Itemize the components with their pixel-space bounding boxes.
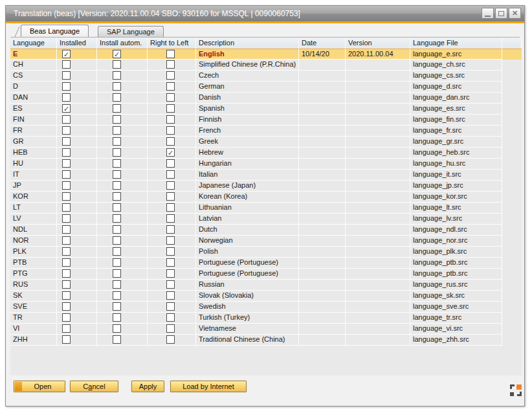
installed-checkbox[interactable]	[62, 214, 71, 223]
load-by-internet-button[interactable]: Load by Internet	[170, 381, 247, 392]
install-autom-checkbox[interactable]	[113, 71, 121, 80]
right-to-left-checkbox[interactable]	[166, 203, 175, 212]
right-to-left-checkbox[interactable]	[166, 269, 175, 278]
right-to-left-checkbox[interactable]	[166, 302, 175, 311]
table-row[interactable]: ITItalianlanguage_it.src	[10, 170, 522, 181]
table-row[interactable]: PTBPortuguese (Portuguese)language_ptb.s…	[10, 258, 522, 269]
installed-checkbox[interactable]: ✓	[62, 50, 71, 58]
column-header-date[interactable]: Date	[299, 38, 346, 49]
maximize-button[interactable]	[495, 8, 507, 19]
right-to-left-checkbox[interactable]	[166, 181, 175, 190]
installed-checkbox[interactable]	[62, 181, 71, 190]
installed-checkbox[interactable]	[62, 82, 71, 91]
titlebar[interactable]: Translation (beas) [Version: 2020.11.00.…	[6, 6, 524, 21]
table-row[interactable]: GRGreeklanguage_gr.src	[10, 137, 522, 148]
right-to-left-checkbox[interactable]	[166, 324, 175, 333]
installed-checkbox[interactable]	[62, 115, 71, 124]
right-to-left-checkbox[interactable]	[166, 159, 175, 168]
table-row[interactable]: DGermanlanguage_d.src	[10, 82, 522, 93]
open-button[interactable]: Open	[14, 381, 65, 392]
right-to-left-checkbox[interactable]	[166, 71, 175, 80]
table-row[interactable]: NORNorwegianlanguage_nor.src	[10, 236, 522, 247]
table-row[interactable]: HUHungarianlanguage_hu.src	[10, 159, 522, 170]
installed-checkbox[interactable]	[62, 236, 71, 245]
column-header-language[interactable]: Language	[10, 38, 57, 49]
install-autom-checkbox[interactable]	[113, 60, 121, 69]
table-row[interactable]: VIVietnameselanguage_vi.src	[10, 324, 522, 335]
installed-checkbox[interactable]	[62, 170, 71, 179]
right-to-left-checkbox[interactable]	[166, 60, 175, 69]
table-row[interactable]: ZHHTraditional Chinese (China)language_z…	[10, 335, 522, 346]
installed-checkbox[interactable]	[62, 93, 71, 102]
table-row[interactable]: FRFrenchlanguage_fr.src	[10, 126, 522, 137]
right-to-left-checkbox[interactable]	[166, 313, 175, 322]
table-row[interactable]: SKSlovak (Slovakia)language_sk.src	[10, 291, 522, 302]
right-to-left-checkbox[interactable]	[166, 50, 175, 58]
table-row[interactable]: RUSRussianlanguage_rus.src	[10, 280, 522, 291]
install-autom-checkbox[interactable]	[113, 137, 121, 146]
install-autom-checkbox[interactable]	[113, 335, 121, 344]
installed-checkbox[interactable]	[62, 313, 71, 322]
installed-checkbox[interactable]	[62, 192, 71, 201]
install-autom-checkbox[interactable]	[113, 104, 121, 113]
table-row[interactable]: CHSimplified Chinese (P.R.China)language…	[10, 60, 522, 71]
installed-checkbox[interactable]	[62, 280, 71, 289]
right-to-left-checkbox[interactable]	[166, 104, 175, 113]
right-to-left-checkbox[interactable]	[166, 170, 175, 179]
install-autom-checkbox[interactable]	[113, 247, 121, 256]
tab-sap-language[interactable]: SAP Language	[98, 26, 164, 37]
right-to-left-checkbox[interactable]	[166, 126, 175, 135]
column-header-right-to-left[interactable]: Right to Left	[148, 38, 196, 49]
right-to-left-checkbox[interactable]	[166, 335, 175, 344]
column-header-version[interactable]: Version	[346, 38, 410, 49]
installed-checkbox[interactable]	[62, 258, 71, 267]
installed-checkbox[interactable]	[62, 71, 71, 80]
column-header-description[interactable]: Description	[196, 38, 299, 49]
tab-beas-language[interactable]: Beas Language	[21, 25, 89, 37]
install-autom-checkbox[interactable]	[113, 236, 121, 245]
table-row[interactable]: TRTurkish (Turkey)language_tr.src	[10, 313, 522, 324]
installed-checkbox[interactable]: ✓	[62, 104, 71, 113]
resize-grip-icon[interactable]	[510, 384, 522, 396]
installed-checkbox[interactable]	[62, 335, 71, 344]
table-row[interactable]: DANDanishlanguage_dan.src	[10, 93, 522, 104]
install-autom-checkbox[interactable]	[113, 302, 121, 311]
table-row[interactable]: FINFinnishlanguage_fin.src	[10, 115, 522, 126]
install-autom-checkbox[interactable]	[113, 258, 121, 267]
installed-checkbox[interactable]	[62, 126, 71, 135]
column-header-language-file[interactable]: Language File	[410, 38, 502, 49]
table-row[interactable]: LVLatvianlanguage_lv.src	[10, 214, 522, 225]
right-to-left-checkbox[interactable]	[166, 192, 175, 201]
installed-checkbox[interactable]	[62, 148, 71, 157]
installed-checkbox[interactable]	[62, 291, 71, 300]
table-row[interactable]: JPJapanese (Japan)language_jp.src	[10, 181, 522, 192]
installed-checkbox[interactable]	[62, 137, 71, 146]
table-row[interactable]: LTLithuanianlanguage_lt.src	[10, 203, 522, 214]
right-to-left-checkbox[interactable]	[166, 280, 175, 289]
install-autom-checkbox[interactable]	[113, 313, 121, 322]
install-autom-checkbox[interactable]	[113, 269, 121, 278]
right-to-left-checkbox[interactable]	[166, 258, 175, 267]
install-autom-checkbox[interactable]	[113, 148, 121, 157]
install-autom-checkbox[interactable]	[113, 225, 121, 234]
install-autom-checkbox[interactable]	[113, 203, 121, 212]
table-row[interactable]: CSCzechlanguage_cs.src	[10, 71, 522, 82]
install-autom-checkbox[interactable]: ✓	[113, 50, 121, 58]
column-header-installed[interactable]: Installed	[57, 38, 97, 49]
right-to-left-checkbox[interactable]	[166, 247, 175, 256]
table-row[interactable]: HEB✓Hebrewlanguage_heb.src	[10, 148, 522, 159]
table-row[interactable]: NDLDutchlanguage_ndl.src	[10, 225, 522, 236]
install-autom-checkbox[interactable]	[113, 93, 121, 102]
install-autom-checkbox[interactable]	[113, 159, 121, 168]
installed-checkbox[interactable]	[62, 203, 71, 212]
cancel-button[interactable]: Cancel	[70, 381, 118, 392]
install-autom-checkbox[interactable]	[113, 181, 121, 190]
install-autom-checkbox[interactable]	[113, 115, 121, 124]
table-row[interactable]: KORKorean (Korea)language_kor.src	[10, 192, 522, 203]
installed-checkbox[interactable]	[62, 247, 71, 256]
install-autom-checkbox[interactable]	[113, 82, 121, 91]
install-autom-checkbox[interactable]	[113, 192, 121, 201]
table-row[interactable]: E✓✓English10/14/202020.11.00.04language_…	[10, 49, 522, 60]
table-row[interactable]: PTGPortuguese (Portuguese)language_ptb.s…	[10, 269, 522, 280]
installed-checkbox[interactable]	[62, 269, 71, 278]
